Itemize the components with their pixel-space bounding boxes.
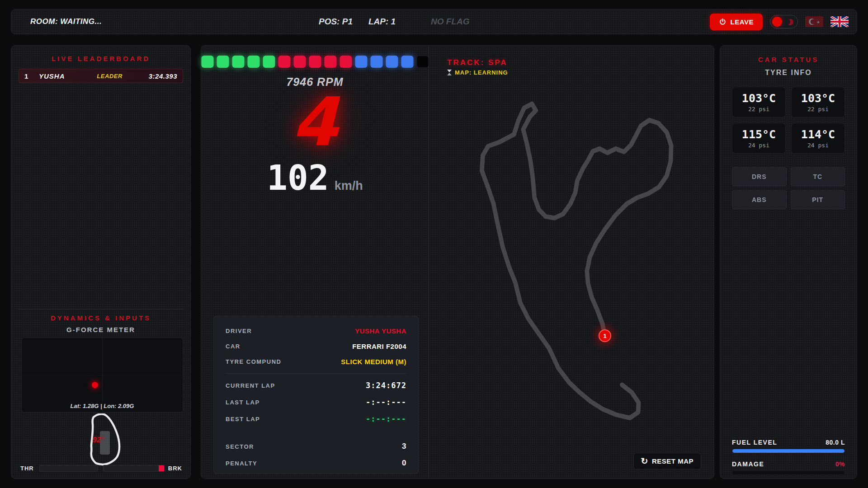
gear-indicator: 4: [201, 87, 429, 157]
divider: [226, 373, 406, 374]
tyre-compound-value: SLICK MEDIUM (M): [341, 358, 406, 366]
last-lap-label: LAST LAP: [226, 399, 260, 406]
rpm-light-green: [201, 56, 213, 68]
rpm-light-green: [247, 56, 259, 68]
pit-button[interactable]: PIT: [791, 190, 845, 209]
fuel-row: FUEL LEVEL 80.0 L: [732, 439, 845, 446]
best-lap-value: -:--:---: [366, 414, 406, 423]
left-panel: LIVE LEADERBOARD 1 YUSHA LEADER 3:24.393…: [11, 45, 191, 479]
fuel-label: FUEL LEVEL: [732, 439, 777, 446]
penalty-value: 0: [402, 459, 406, 468]
car-status-panel: CAR STATUS TYRE INFO 103°C 22 psi 103°C …: [720, 45, 857, 479]
leave-button-label: LEAVE: [731, 18, 754, 26]
tyre-pressure: 22 psi: [748, 106, 769, 113]
divider: [19, 309, 183, 310]
leave-button[interactable]: LEAVE: [710, 14, 763, 30]
gforce-dot: [92, 382, 98, 388]
svg-text:★: ★: [816, 20, 820, 24]
tyre-rear-right: 114°C 24 psi: [791, 123, 845, 154]
rpm-light-blue: [355, 56, 367, 68]
gforce-meter: Lat: 1.28G | Lon: 2.09G: [21, 338, 183, 413]
center-panel: 7946 RPM 4 102 km/h DRIVER YUSHA YUSHA C…: [201, 45, 714, 479]
damage-label: DAMAGE: [732, 460, 764, 468]
penalty-label: PENALTY: [226, 460, 257, 467]
throttle-bar: [39, 465, 98, 472]
tyre-temp: 103°C: [801, 92, 835, 105]
rpm-light-red: [309, 56, 321, 68]
uk-flag-icon[interactable]: [830, 16, 849, 27]
map-status-row: MAP: LEARNING: [447, 69, 508, 76]
tyre-temp: 115°C: [742, 128, 776, 141]
reset-map-label: RESET MAP: [652, 457, 693, 465]
steering-angle: 92°: [93, 436, 104, 444]
moon-icon: [787, 19, 793, 25]
track-name: TRACK: SPA: [447, 58, 508, 67]
position-indicator: POS: P1: [319, 17, 353, 27]
damage-value: 0%: [835, 460, 845, 468]
lap-indicator: LAP: 1: [368, 17, 396, 27]
leaderboard-title: LIVE LEADERBOARD: [11, 55, 190, 62]
steering-indicator: 92°: [83, 413, 121, 467]
tyre-front-left: 103°C 22 psi: [732, 87, 786, 117]
tyre-pressure: 22 psi: [807, 106, 829, 113]
tc-button[interactable]: TC: [791, 167, 845, 186]
best-lap-label: BEST LAP: [226, 416, 260, 422]
drs-button[interactable]: DRS: [732, 167, 787, 186]
pedal-inputs: THR BRK: [20, 465, 182, 472]
last-lap-value: -:--:---: [366, 398, 406, 407]
speed-unit: km/h: [335, 179, 363, 193]
rpm-lights: [201, 56, 429, 68]
sector-value: 3: [402, 442, 406, 451]
car-name: FERRARI F2004: [352, 343, 406, 350]
brake-bar: [103, 465, 165, 472]
throttle-label: THR: [20, 465, 34, 472]
tyre-temp: 103°C: [742, 92, 776, 105]
abs-button[interactable]: ABS: [732, 190, 787, 209]
track-map-section: TRACK: SPA MAP: LEARNING 1 ↻ RESET MAP: [429, 46, 714, 479]
toggle-knob: [772, 17, 782, 27]
rpm-light-green: [263, 56, 275, 68]
sector-label: SECTOR: [226, 443, 254, 450]
tyre-grid: 103°C 22 psi 103°C 22 psi 115°C 24 psi 1…: [732, 87, 845, 154]
current-lap-label: CURRENT LAP: [226, 382, 275, 389]
rpm-light-red: [324, 56, 336, 68]
top-bar-actions: LEAVE ★: [710, 14, 849, 30]
map-status: MAP: LEARNING: [455, 69, 508, 76]
gforce-caption: Lat: 1.28G | Lon: 2.09G: [22, 403, 183, 409]
leaderboard-time: 3:24.393: [149, 72, 177, 80]
tyre-info-title: TYRE INFO: [720, 69, 857, 77]
driver-label: DRIVER: [226, 328, 252, 334]
rpm-light-blue: [370, 56, 382, 68]
tyre-pressure: 24 psi: [748, 142, 769, 149]
tyre-front-right: 103°C 22 psi: [791, 87, 845, 117]
car-status-title: CAR STATUS: [720, 56, 857, 63]
turkish-flag-icon[interactable]: ★: [805, 16, 823, 27]
top-bar: ROOM: WAITING... POS: P1 LAP: 1 NO FLAG …: [11, 9, 857, 34]
rpm-light-blue: [386, 56, 398, 68]
flag-status: NO FLAG: [431, 17, 470, 27]
damage-bar: [732, 470, 845, 475]
assist-buttons: DRS TC ABS PIT: [732, 167, 845, 209]
rpm-light-blue: [401, 56, 413, 68]
refresh-icon: ↻: [641, 457, 648, 465]
power-icon: [719, 18, 726, 26]
room-status: ROOM: WAITING...: [30, 17, 102, 26]
theme-toggle[interactable]: [770, 15, 798, 28]
rpm-light-green: [232, 56, 244, 68]
rpm-light-red: [293, 56, 306, 68]
rpm-light-red: [340, 56, 352, 68]
tyre-compound-label: TYRE COMPUND: [226, 358, 281, 365]
driver-info-card: DRIVER YUSHA YUSHA CAR FERRARI F2004 TYR…: [213, 316, 419, 474]
gauge-section: 7946 RPM 4 102 km/h DRIVER YUSHA YUSHA C…: [201, 46, 429, 479]
speed-value: 102: [267, 158, 329, 198]
fuel-fill: [732, 449, 844, 453]
damage-row: DAMAGE 0%: [732, 460, 845, 468]
speed-readout: 102 km/h: [201, 158, 429, 198]
gforce-title: G-FORCE METER: [11, 326, 190, 333]
rpm-light-red: [278, 56, 290, 68]
car-label: CAR: [226, 343, 241, 350]
leaderboard-row[interactable]: 1 YUSHA LEADER 3:24.393: [19, 69, 183, 83]
driver-name: YUSHA YUSHA: [355, 327, 406, 335]
reset-map-button[interactable]: ↻ RESET MAP: [633, 453, 701, 469]
brake-label: BRK: [168, 465, 182, 472]
